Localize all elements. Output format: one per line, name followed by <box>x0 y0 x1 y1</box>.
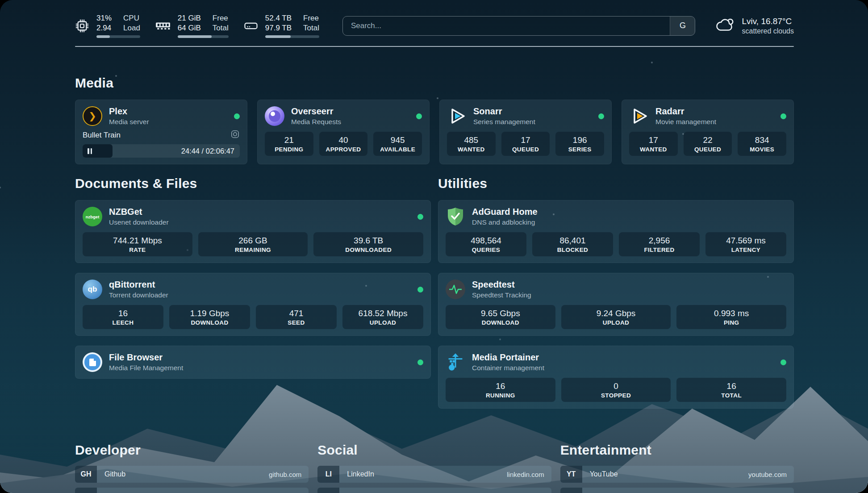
pause-icon[interactable] <box>88 148 92 154</box>
bookmark-name: Github <box>97 466 125 483</box>
section-title-entertainment: Entertainment <box>560 443 794 458</box>
bookmark-group-social: Social LI LinkedIn linkedin.com TW Twitt… <box>317 443 551 493</box>
app-name: Plex <box>109 106 149 117</box>
stat-available: 945 AVAILABLE <box>373 132 422 156</box>
top-bar: 31% 2.94 CPU Load <box>75 13 794 38</box>
app-name: Overseerr <box>291 106 341 117</box>
app-card-overseerr[interactable]: Overseerr Media Requests 21 PENDING 40 A… <box>257 100 430 164</box>
sonarr-logo-icon <box>447 106 467 126</box>
search-provider-button[interactable]: G <box>670 17 695 35</box>
cpu-usage-bar <box>96 35 140 38</box>
overseerr-logo-icon <box>265 106 284 126</box>
app-card-nzbget[interactable]: nzbget NZBGet Usenet downloader 744.21 M… <box>75 200 431 263</box>
stat-movies: 834 MOVIES <box>738 132 786 156</box>
stat-series: 196 SERIES <box>555 132 604 156</box>
bookmark-stackoverflow[interactable]: SO StackOverflow stackoverflow.com <box>75 488 309 493</box>
hard-drive-icon <box>244 19 258 33</box>
bookmark-url: github.com <box>269 466 309 483</box>
speedtest-logo-icon <box>446 280 465 299</box>
status-online-dot <box>598 113 604 119</box>
section-utilities: Utilities <box>438 176 794 409</box>
stat-approved: 40 APPROVED <box>319 132 368 156</box>
stat-stopped: 0 STOPPED <box>561 378 671 402</box>
status-online-dot <box>417 359 423 365</box>
scattered-clouds-icon <box>715 17 735 35</box>
app-card-speedtest[interactable]: Speedtest Speedtest Tracking 9.65 Gbps D… <box>438 273 794 336</box>
memory-icon <box>155 21 171 31</box>
weather-widget: Lviv, 16.87°C scattered clouds <box>715 17 794 35</box>
cpu-labels: CPU Load <box>123 13 140 33</box>
stat-queued: 22 QUEUED <box>684 132 732 156</box>
app-name: Sonarr <box>473 106 535 117</box>
playback-progress-bar[interactable]: 24:44 / 02:06:47 <box>83 144 240 158</box>
now-playing-title: Bullet Train <box>83 131 121 140</box>
bookmark-youtube[interactable]: YT YouTube youtube.com <box>560 466 794 483</box>
status-online-dot <box>416 113 422 119</box>
app-description: Movie management <box>655 118 716 126</box>
qbittorrent-logo-icon: qb <box>83 280 102 299</box>
bookmark-abbr: YT <box>560 466 582 483</box>
bookmark-group-entertainment: Entertainment YT YouTube youtube.com NF … <box>560 443 794 493</box>
stat-upload: 9.24 Gbps UPLOAD <box>561 305 671 329</box>
stat-blocked: 86,401 BLOCKED <box>532 232 613 256</box>
status-online-dot <box>417 214 423 220</box>
bookmark-name: StackOverflow <box>97 488 150 493</box>
app-description: Media Requests <box>291 118 341 126</box>
bookmark-netflix[interactable]: NF Netflix netflix.com <box>560 488 794 493</box>
bookmark-linkedin[interactable]: LI LinkedIn linkedin.com <box>317 466 551 483</box>
bookmark-url: stackoverflow.com <box>247 488 309 493</box>
app-card-plex[interactable]: ❯ Plex Media server Bullet Train <box>75 100 247 164</box>
stat-wanted: 485 WANTED <box>447 132 496 156</box>
stat-upload: 618.52 Mbps UPLOAD <box>342 305 423 329</box>
stat-downloaded: 39.6 TB DOWNLOADED <box>313 232 423 256</box>
app-description: Media server <box>109 118 149 126</box>
app-card-adguard[interactable]: AdGuard Home DNS and adblocking 498,564 … <box>438 200 794 263</box>
stat-pending: 21 PENDING <box>265 132 313 156</box>
playback-time: 24:44 / 02:06:47 <box>181 144 234 158</box>
playback-progress-fill <box>83 144 113 158</box>
app-description: Series management <box>473 118 535 126</box>
memory-usage-bar <box>178 35 229 38</box>
cpu-icon <box>75 19 89 33</box>
app-description: DNS and adblocking <box>472 218 538 226</box>
app-name: File Browser <box>109 352 183 363</box>
bookmark-twitter[interactable]: TW Twitter twitter.com <box>317 488 551 493</box>
search-bar: G <box>342 16 696 36</box>
plex-now-playing: Bullet Train 24:44 / 02:06:47 <box>83 130 240 158</box>
app-description: Speedtest Tracking <box>472 291 531 299</box>
app-card-filebrowser[interactable]: File Browser Media File Management <box>75 346 431 379</box>
app-card-sonarr[interactable]: Sonarr Series management 485 WANTED 17 Q… <box>439 100 612 164</box>
app-name: AdGuard Home <box>472 207 538 217</box>
bookmark-abbr: GH <box>75 466 97 483</box>
app-card-radarr[interactable]: Radarr Movie management 17 WANTED 22 QUE… <box>622 100 794 164</box>
app-description: Media File Management <box>109 364 183 372</box>
section-title-media: Media <box>75 75 794 91</box>
memory-labels: Free Total <box>213 13 229 33</box>
section-media: Media ❯ Plex Media server <box>75 75 794 164</box>
app-card-portainer[interactable]: Media Portainer Container management 16 … <box>438 346 794 409</box>
bookmark-name: LinkedIn <box>339 466 374 483</box>
stat-wanted: 17 WANTED <box>629 132 678 156</box>
app-name: NZBGet <box>109 207 169 217</box>
section-title-developer: Developer <box>75 443 309 458</box>
bookmark-abbr: LI <box>317 466 339 483</box>
radarr-logo-icon <box>629 106 649 126</box>
weather-location-temp: Lviv, 16.87°C <box>742 17 794 26</box>
disk-labels: Free Total <box>303 13 319 33</box>
bookmark-group-developer: Developer GH Github github.com SO StackO… <box>75 443 309 493</box>
plex-logo-icon: ❯ <box>83 106 102 126</box>
stat-queries: 498,564 QUERIES <box>446 232 526 256</box>
bookmark-name: Twitter <box>339 488 368 493</box>
app-card-qbittorrent[interactable]: qb qBittorrent Torrent downloader 16 LEE… <box>75 273 431 336</box>
bookmark-abbr: NF <box>560 488 582 493</box>
status-online-dot <box>780 359 786 365</box>
stat-latency: 47.569 ms LATENCY <box>705 232 786 256</box>
stat-rate: 744.21 Mbps RATE <box>83 232 192 256</box>
filebrowser-logo-icon <box>83 352 102 372</box>
bookmark-github[interactable]: GH Github github.com <box>75 466 309 483</box>
adguard-logo-icon <box>446 207 465 226</box>
search-input[interactable] <box>342 16 696 36</box>
stat-queued: 17 QUEUED <box>501 132 550 156</box>
player-settings-icon[interactable] <box>230 130 240 141</box>
nzbget-logo-icon: nzbget <box>83 207 102 226</box>
